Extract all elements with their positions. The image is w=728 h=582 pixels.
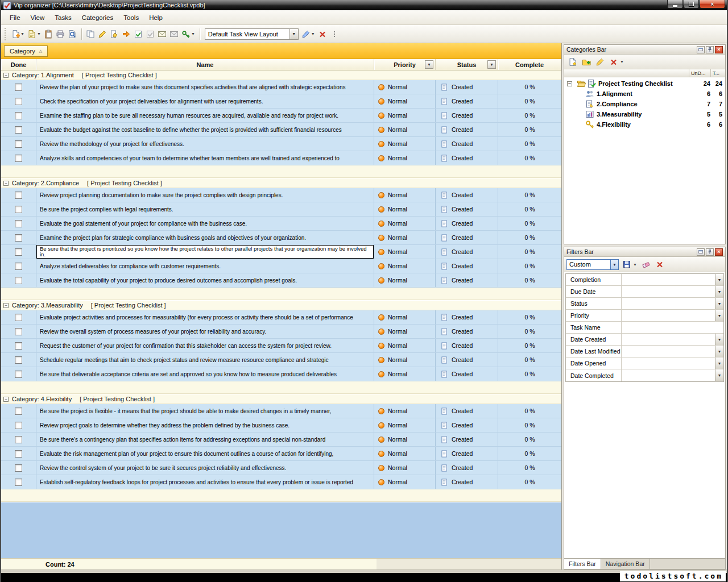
filter-field-dropdown[interactable]: ▼	[715, 334, 723, 345]
complete-cell[interactable]: 0 %	[498, 123, 561, 136]
task-name-cell[interactable]: Evaluate the total capability of your pr…	[36, 273, 374, 287]
complete-cell[interactable]: 0 %	[498, 109, 561, 122]
menu-tools[interactable]: Tools	[118, 12, 144, 23]
new-checklist-icon[interactable]	[566, 56, 578, 68]
priority-cell[interactable]: Normal	[374, 418, 436, 432]
done-checkbox[interactable]	[15, 220, 22, 227]
status-cell[interactable]: Created	[436, 259, 498, 273]
dropdown-caret-icon[interactable]: ▼	[620, 60, 624, 64]
done-checkbox[interactable]	[15, 314, 22, 321]
priority-cell[interactable]: Normal	[374, 433, 436, 446]
filter-field-input[interactable]: ▼	[622, 357, 723, 369]
priority-filter-dropdown[interactable]: ▼	[425, 60, 433, 69]
complete-cell[interactable]: 0 %	[498, 367, 561, 381]
tab-navigation-bar[interactable]: Navigation Bar	[601, 559, 650, 569]
complete-cell[interactable]: 0 %	[498, 137, 561, 151]
tree-category-item[interactable]: 4.Flexibility66	[564, 119, 725, 130]
overflow-dots-icon[interactable]	[329, 28, 341, 40]
status-cell[interactable]: Created	[436, 447, 498, 460]
task-name-cell[interactable]: Evaluate the goal statement of your proj…	[36, 217, 374, 230]
complete-cell[interactable]: 0 %	[498, 202, 561, 216]
layout-selector[interactable]: Default Task View Layout ▼	[205, 28, 299, 40]
filter-field-dropdown[interactable]: ▼	[715, 357, 723, 369]
status-cell[interactable]: Created	[436, 151, 498, 165]
complete-cell[interactable]: 0 %	[498, 418, 561, 432]
new-category-icon[interactable]	[580, 56, 592, 68]
done-checkbox[interactable]	[15, 84, 22, 91]
done-checkbox[interactable]	[15, 408, 22, 415]
filter-field-dropdown[interactable]: ▼	[715, 286, 723, 297]
priority-cell[interactable]: Normal	[374, 273, 436, 287]
complete-cell[interactable]: 0 %	[498, 80, 561, 94]
priority-cell[interactable]: Normal	[374, 310, 436, 324]
save-filter-icon[interactable]	[621, 258, 632, 271]
priority-cell[interactable]: Normal	[374, 188, 436, 202]
mark-complete-icon[interactable]	[133, 28, 144, 40]
priority-cell[interactable]: Normal	[374, 151, 436, 165]
done-checkbox[interactable]	[15, 98, 22, 105]
done-checkbox[interactable]	[15, 371, 22, 378]
done-checkbox[interactable]	[15, 263, 22, 270]
done-checkbox[interactable]	[15, 155, 22, 162]
task-name-cell[interactable]: Review the plan of your project to make …	[36, 80, 374, 94]
maximize-button[interactable]	[684, 0, 699, 9]
done-checkbox[interactable]	[15, 112, 22, 119]
column-header-done[interactable]: Done	[1, 59, 36, 70]
done-checkbox[interactable]	[15, 206, 22, 213]
priority-cell[interactable]: Normal	[374, 339, 436, 352]
task-name-cell[interactable]: Check the specification of your project …	[36, 94, 374, 108]
mark-incomplete-icon[interactable]	[144, 28, 156, 40]
status-cell[interactable]: Created	[436, 245, 498, 259]
filters-bar-restore-button[interactable]	[697, 248, 705, 256]
edit-task-icon[interactable]	[97, 28, 109, 40]
task-name-cell[interactable]: Review the methodology of your project f…	[36, 137, 374, 151]
filter-field-input[interactable]: ▼	[622, 286, 723, 297]
status-cell[interactable]: Created	[436, 202, 498, 216]
menu-categories[interactable]: Categories	[77, 12, 119, 23]
menu-file[interactable]: File	[5, 12, 26, 23]
filter-preset-selector[interactable]: Custom ▼	[566, 259, 619, 270]
complete-cell[interactable]: 0 %	[498, 94, 561, 108]
task-name-cell[interactable]: Review the control system of your projec…	[36, 461, 374, 475]
task-name-cell[interactable]: Review project goals to determine whethe…	[36, 418, 374, 432]
status-cell[interactable]: Created	[436, 461, 498, 475]
tree-root-item[interactable]: −Project Testing Checklist2424	[564, 78, 725, 89]
filter-preset-dropdown[interactable]: ▼	[610, 260, 618, 269]
customize-layout-icon[interactable]	[300, 28, 312, 40]
complete-cell[interactable]: 0 %	[498, 404, 561, 418]
close-button[interactable]: ×	[700, 0, 725, 9]
minimize-button[interactable]	[667, 0, 683, 9]
status-cell[interactable]: Created	[436, 404, 498, 418]
delete-category-icon[interactable]	[607, 56, 619, 68]
tab-filters-bar[interactable]: Filters Bar	[564, 559, 601, 569]
priority-cell[interactable]: Normal	[374, 475, 436, 489]
complete-cell[interactable]: 0 %	[498, 259, 561, 273]
complete-cell[interactable]: 0 %	[498, 310, 561, 324]
done-checkbox[interactable]	[15, 356, 22, 364]
complete-cell[interactable]: 0 %	[498, 475, 561, 489]
dropdown-caret-icon[interactable]: ▼	[633, 263, 637, 267]
collapse-group-toggle[interactable]: −	[3, 303, 9, 308]
task-name-cell[interactable]: Be sure the project complies with legal …	[36, 202, 374, 216]
task-name-cell[interactable]: Analyze stated deliverables for complian…	[36, 259, 374, 273]
collapse-group-toggle[interactable]: −	[3, 397, 9, 402]
status-cell[interactable]: Created	[436, 109, 498, 122]
priority-cell[interactable]: Normal	[374, 353, 436, 367]
priority-cell[interactable]: Normal	[374, 94, 436, 108]
filter-field-input[interactable]: ▼	[622, 334, 723, 345]
column-header-priority[interactable]: Priority ▼	[374, 59, 436, 70]
done-checkbox[interactable]	[15, 342, 22, 350]
tree-category-item[interactable]: 3.Measurability55	[564, 109, 725, 119]
complete-task-icon[interactable]	[121, 28, 133, 40]
status-filter-dropdown[interactable]: ▼	[487, 60, 496, 69]
done-checkbox[interactable]	[15, 422, 22, 429]
done-checkbox[interactable]	[15, 436, 22, 443]
copy-icon[interactable]	[85, 28, 97, 40]
filter-field-input[interactable]: ▼	[622, 369, 723, 381]
layout-selector-dropdown[interactable]: ▼	[289, 29, 298, 39]
new-note-icon[interactable]	[26, 28, 38, 40]
done-checkbox[interactable]	[15, 479, 22, 486]
task-name-cell[interactable]: Evaluate the budget against the cost bas…	[36, 123, 374, 136]
collapse-group-toggle[interactable]: −	[3, 181, 9, 186]
status-cell[interactable]: Created	[436, 310, 498, 324]
